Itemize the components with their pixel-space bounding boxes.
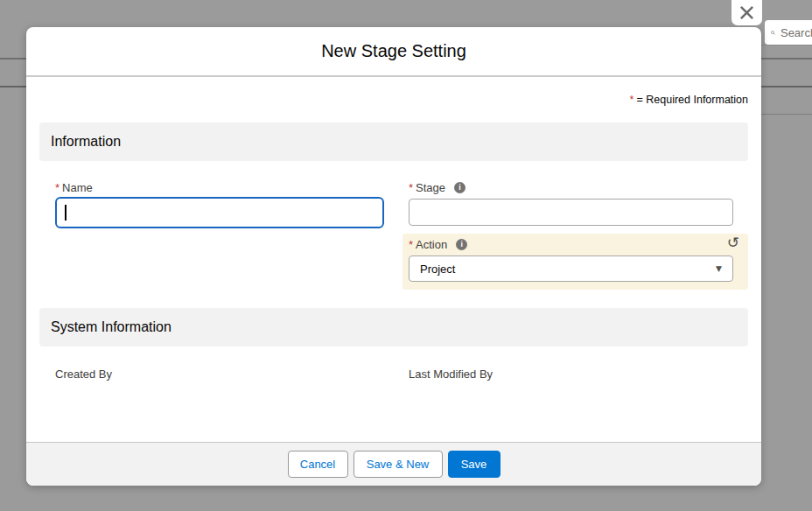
save-button[interactable]: Save: [448, 451, 500, 478]
stage-input[interactable]: [409, 199, 733, 226]
background-row-divider: [761, 45, 812, 46]
chevron-down-icon: ▼: [716, 264, 722, 273]
required-asterisk: *: [630, 94, 634, 106]
section-header-system-information: System Information: [39, 308, 748, 346]
section-system-information-label: System Information: [51, 319, 172, 335]
new-stage-setting-modal: New Stage Setting *= Required Informatio…: [26, 27, 761, 486]
required-information-note: *= Required Information: [630, 94, 748, 106]
name-input[interactable]: [55, 197, 384, 228]
action-field-label: * Action i: [409, 238, 467, 251]
action-label-text: Action: [416, 238, 447, 251]
modal-footer: Cancel Save & New Save: [26, 442, 761, 486]
background-row-divider: [0, 58, 26, 60]
close-button[interactable]: [732, 0, 762, 25]
stage-info-icon[interactable]: i: [454, 182, 466, 193]
required-asterisk: *: [409, 181, 413, 194]
required-note-text: = Required Information: [636, 94, 748, 106]
action-field-highlight: * Action i ↺ Project ▼: [402, 234, 748, 290]
background-row-divider: [761, 114, 812, 115]
action-select[interactable]: Project ▼: [409, 256, 733, 282]
close-icon: [738, 4, 755, 21]
save-and-new-button[interactable]: Save & New: [354, 451, 443, 478]
global-search-input[interactable]: Search...: [765, 20, 812, 45]
name-label-text: Name: [62, 181, 93, 194]
modal-title: New Stage Setting: [321, 41, 466, 61]
screen: Search... New Stage Setting *= Required …: [0, 0, 812, 511]
action-selected-value: Project: [420, 262, 455, 276]
action-info-icon[interactable]: i: [456, 239, 467, 250]
stage-label-text: Stage: [416, 181, 445, 194]
search-icon: [771, 27, 775, 38]
background-row-divider: [761, 58, 812, 60]
section-information-label: Information: [51, 134, 121, 150]
name-field-wrapper: [55, 197, 384, 228]
required-asterisk: *: [55, 181, 60, 194]
created-by-label: Created By: [55, 368, 112, 381]
modal-header: New Stage Setting: [26, 27, 761, 77]
search-placeholder-text: Search...: [780, 26, 812, 39]
background-row-divider: [761, 86, 812, 88]
cancel-button[interactable]: Cancel: [288, 451, 348, 478]
section-header-information: Information: [39, 122, 748, 161]
required-asterisk: *: [409, 238, 413, 251]
name-field-label: * Name: [55, 181, 93, 194]
stage-field-label: * Stage i: [409, 181, 466, 194]
last-modified-by-label: Last Modified By: [409, 368, 493, 381]
text-cursor: [65, 205, 66, 220]
undo-icon[interactable]: ↺: [727, 235, 739, 250]
background-row-divider: [0, 86, 26, 88]
